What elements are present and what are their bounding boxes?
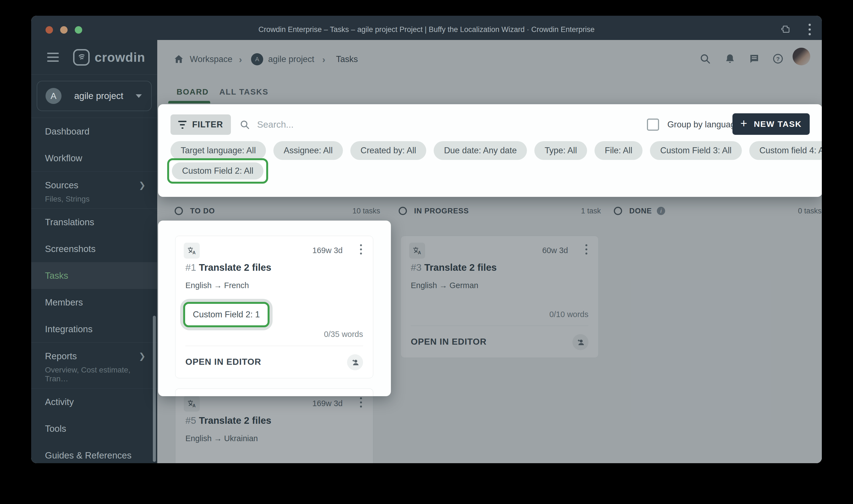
group-by-language-label: Group by language: [667, 120, 740, 130]
tour-highlight-ring: Custom Field 2: All: [167, 158, 268, 184]
tour-highlight-halo: Custom Field 2: 1: [180, 299, 273, 330]
filter-chip-custom-field-4[interactable]: Custom field 4: All: [749, 141, 822, 160]
sidebar-item-translations[interactable]: Translations: [31, 209, 157, 235]
task-age: 169w 3d: [312, 246, 343, 255]
traffic-lights: [46, 22, 82, 34]
task-title[interactable]: Translate 2 files: [199, 262, 272, 273]
extensions-puzzle-icon[interactable]: [781, 24, 792, 35]
filter-chip-file[interactable]: File: All: [594, 141, 643, 160]
sidebar-item-activity[interactable]: Activity: [31, 389, 157, 415]
group-by-language-checkbox[interactable]: [647, 119, 659, 131]
chevron-right-icon: ❯: [139, 180, 146, 190]
chevron-right-icon: ❯: [139, 351, 146, 361]
titlebar: Crowdin Enterprise – Tasks – agile proje…: [31, 16, 822, 40]
sidebar: crowdin A agile project Dashboard Workfl…: [31, 40, 157, 463]
card-menu-icon[interactable]: [360, 244, 362, 254]
window-title: Crowdin Enterprise – Tasks – agile proje…: [31, 16, 822, 40]
zoom-window-button[interactable]: [75, 26, 82, 34]
plus-icon: +: [741, 117, 748, 130]
assign-user-icon[interactable]: [347, 354, 363, 370]
crowdin-logo-icon[interactable]: [73, 49, 90, 66]
sidebar-item-members[interactable]: Members: [31, 289, 157, 316]
filter-chip-type[interactable]: Type: All: [534, 141, 587, 160]
hamburger-menu-icon[interactable]: [47, 53, 59, 62]
svg-text:A: A: [193, 250, 196, 255]
filter-chip-custom-field-2[interactable]: Custom Field 2: All: [172, 162, 263, 179]
project-selector[interactable]: A agile project: [37, 81, 152, 111]
translate-task-icon: A: [184, 242, 200, 258]
sidebar-item-guides[interactable]: Guides & References: [31, 442, 157, 463]
sidebar-item-tools[interactable]: Tools: [31, 415, 157, 442]
filter-chip-custom-field-3[interactable]: Custom Field 3: All: [650, 141, 742, 160]
browser-window: Crowdin Enterprise – Tasks – agile proje…: [31, 16, 822, 463]
minimize-window-button[interactable]: [60, 26, 68, 34]
filter-chip-assignee[interactable]: Assignee: All: [273, 141, 343, 160]
sidebar-item-reports-sub: Overview, Cost estimate, Tran…: [31, 365, 157, 388]
filter-button[interactable]: FILTER: [171, 114, 231, 135]
browser-menu-icon[interactable]: [808, 24, 811, 35]
filter-icon: [178, 121, 187, 129]
project-name: agile project: [74, 91, 136, 101]
card-spotlight-panel: A 169w 3d #1Translate 2 files English → …: [158, 220, 391, 396]
new-task-button[interactable]: + NEW TASK: [732, 113, 810, 135]
task-custom-field-chip: Custom Field 2: 1: [188, 306, 265, 323]
close-window-button[interactable]: [46, 26, 53, 34]
filter-spotlight-panel: FILTER Search... Group by language + NEW…: [158, 104, 822, 197]
sidebar-item-tasks[interactable]: Tasks: [31, 262, 157, 289]
task-id: #1: [186, 262, 196, 273]
filter-chip-target-language[interactable]: Target language: All: [171, 141, 266, 160]
search-input[interactable]: Search...: [240, 114, 294, 135]
chevron-down-icon: [136, 94, 142, 98]
search-icon: [240, 120, 250, 130]
crowdin-logo-text: crowdin: [94, 50, 145, 65]
task-card-1[interactable]: A 169w 3d #1Translate 2 files English → …: [175, 236, 373, 378]
project-avatar: A: [46, 88, 62, 104]
open-in-editor-link[interactable]: OPEN IN EDITOR: [186, 357, 261, 367]
sidebar-scrollbar[interactable]: [153, 316, 156, 462]
task-languages: English → French: [186, 281, 249, 290]
filter-chip-due-date[interactable]: Due date: Any date: [434, 141, 527, 160]
sidebar-item-workflow[interactable]: Workflow: [31, 145, 157, 172]
next-card-top-edge: [175, 389, 373, 396]
sidebar-item-dashboard[interactable]: Dashboard: [31, 118, 157, 145]
sidebar-item-screenshots[interactable]: Screenshots: [31, 235, 157, 262]
task-words-progress: 0/35 words: [324, 330, 363, 339]
tour-highlight-ring: Custom Field 2: 1: [183, 302, 269, 327]
search-placeholder: Search...: [257, 120, 294, 130]
card-divider: [186, 346, 363, 346]
sidebar-item-sources-sub: Files, Strings: [31, 195, 157, 209]
filter-chip-created-by[interactable]: Created by: All: [350, 141, 426, 160]
sidebar-item-integrations[interactable]: Integrations: [31, 316, 157, 342]
